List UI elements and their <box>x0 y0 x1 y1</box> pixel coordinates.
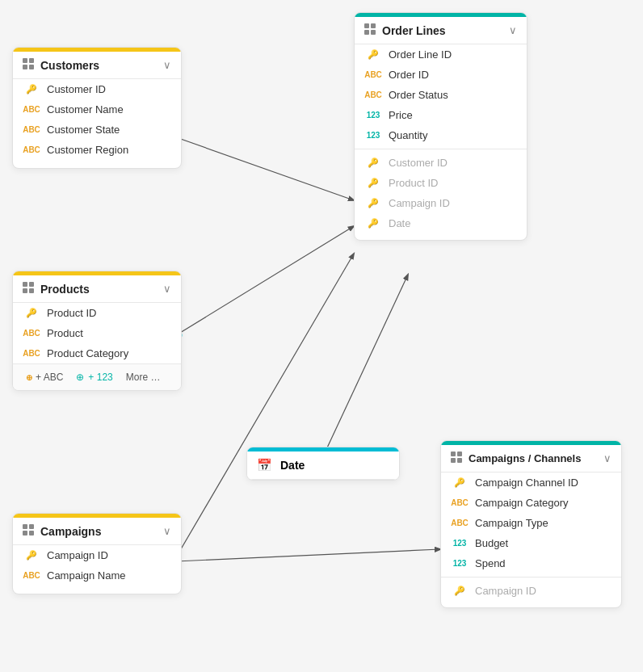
cc-divider <box>441 577 621 578</box>
svg-rect-13 <box>29 288 34 293</box>
num-icon: 123 <box>364 131 382 140</box>
products-field-product-label: Product <box>47 327 83 339</box>
cc-field-channelid-label: Campaign Channel ID <box>475 477 578 489</box>
svg-rect-16 <box>23 531 27 536</box>
ol-field-customerid: 🔑 Customer ID <box>355 153 527 173</box>
order-lines-chevron[interactable]: ∨ <box>509 24 517 36</box>
campaigns-header-left: Campaigns <box>23 524 101 538</box>
campaigns-field-id-label: Campaign ID <box>47 549 108 561</box>
ol-field-date-label: Date <box>389 217 410 229</box>
cc-field-campaignid: 🔑 Campaign ID <box>441 581 621 601</box>
date-title: Date <box>280 459 305 472</box>
key-dim-icon: 🔑 <box>364 158 382 168</box>
key-icon: 🔑 <box>451 477 469 488</box>
abc-icon: ABC <box>23 349 40 358</box>
campaigns-field-id: 🔑 Campaign ID <box>13 545 181 565</box>
ol-field-price-label: Price <box>389 109 413 121</box>
abc-icon: ABC <box>23 145 40 154</box>
svg-rect-22 <box>451 452 456 456</box>
ol-field-orderstatus-label: Order Status <box>389 89 448 101</box>
svg-rect-18 <box>364 23 369 28</box>
ol-field-campaignid-label: Campaign ID <box>389 197 450 209</box>
cc-chevron[interactable]: ∨ <box>603 452 611 464</box>
key-icon: 🔑 <box>23 308 40 318</box>
products-chevron[interactable]: ∨ <box>163 283 171 295</box>
campaigns-card: Campaigns ∨ 🔑 Campaign ID ABC Campaign N… <box>12 513 182 594</box>
products-field-productid-label: Product ID <box>47 307 96 319</box>
add-123-button[interactable]: ⊕ + 123 <box>69 369 119 385</box>
add-abc-label: + ABC <box>36 372 63 383</box>
svg-rect-17 <box>29 531 34 536</box>
svg-rect-24 <box>451 458 456 463</box>
products-header[interactable]: Products ∨ <box>13 275 181 303</box>
customers-title: Customers <box>40 59 99 72</box>
plus-abc-icon: ⊕ <box>26 373 32 382</box>
abc-icon: ABC <box>23 105 40 114</box>
products-card: Products ∨ 🔑 Product ID ABC Product ABC … <box>12 271 182 391</box>
svg-rect-23 <box>457 452 462 456</box>
campaigns-channels-card: Campaigns / Channels ∨ 🔑 Campaign Channe… <box>440 440 622 608</box>
cc-grid-icon <box>451 452 462 465</box>
svg-rect-6 <box>23 58 27 63</box>
date-calendar-icon: 📅 <box>257 458 272 472</box>
svg-rect-9 <box>29 65 34 69</box>
customers-field-region-label: Customer Region <box>47 144 128 156</box>
products-grid-icon <box>23 282 34 296</box>
abc-icon: ABC <box>451 498 469 507</box>
cc-title: Campaigns / Channels <box>469 452 581 464</box>
cc-field-campaignid-label: Campaign ID <box>475 585 536 597</box>
add-abc-button[interactable]: ⊕ + ABC <box>19 369 69 385</box>
customers-header-left: Customers <box>23 58 99 72</box>
campaigns-field-name: ABC Campaign Name <box>13 565 181 586</box>
cc-field-type: ABC Campaign Type <box>441 513 621 533</box>
date-header[interactable]: 📅 Date <box>247 452 399 480</box>
order-lines-grid-icon <box>364 23 376 37</box>
svg-line-1 <box>176 226 354 335</box>
svg-rect-8 <box>23 65 27 69</box>
cc-header[interactable]: Campaigns / Channels ∨ <box>441 445 621 472</box>
more-button[interactable]: More … <box>120 369 167 385</box>
products-field-productid: 🔑 Product ID <box>13 303 181 323</box>
products-header-left: Products <box>23 282 90 296</box>
ol-divider <box>355 149 527 149</box>
cc-field-budget-label: Budget <box>475 537 508 549</box>
cc-field-spend-label: Spend <box>475 557 506 569</box>
plus-123-icon: ⊕ <box>76 372 84 383</box>
svg-line-0 <box>176 137 354 200</box>
svg-line-3 <box>176 254 354 557</box>
customers-field-state: ABC Customer State <box>13 120 181 140</box>
abc-icon: ABC <box>364 90 382 99</box>
customers-field-name: ABC Customer Name <box>13 99 181 120</box>
order-lines-header[interactable]: Order Lines ∨ <box>355 17 527 44</box>
customers-chevron[interactable]: ∨ <box>163 59 171 71</box>
campaigns-header[interactable]: Campaigns ∨ <box>13 518 181 545</box>
cc-field-channelid: 🔑 Campaign Channel ID <box>441 472 621 493</box>
svg-rect-25 <box>457 458 462 463</box>
products-field-product: ABC Product <box>13 323 181 343</box>
campaigns-chevron[interactable]: ∨ <box>163 525 171 537</box>
ol-field-quantity: 123 Quantity <box>355 125 527 145</box>
order-lines-header-left: Order Lines <box>364 23 446 37</box>
cc-header-left: Campaigns / Channels <box>451 452 581 465</box>
num-icon: 123 <box>451 539 469 548</box>
num-icon: 123 <box>364 111 382 120</box>
customers-header[interactable]: Customers ∨ <box>13 52 181 79</box>
products-field-category: ABC Product Category <box>13 343 181 363</box>
ol-field-lineid-label: Order Line ID <box>389 48 452 61</box>
products-title: Products <box>40 283 90 296</box>
svg-rect-20 <box>364 30 369 35</box>
svg-rect-10 <box>23 282 27 287</box>
abc-icon: ABC <box>23 571 40 580</box>
cc-field-type-label: Campaign Type <box>475 517 548 529</box>
svg-line-2 <box>323 275 408 456</box>
num-icon: 123 <box>451 559 469 568</box>
svg-rect-12 <box>23 288 27 293</box>
ol-field-productid: 🔑 Product ID <box>355 173 527 193</box>
abc-icon: ABC <box>364 70 382 79</box>
key-icon: 🔑 <box>364 49 382 60</box>
ol-field-campaignid: 🔑 Campaign ID <box>355 193 527 213</box>
svg-rect-11 <box>29 282 34 287</box>
date-card: 📅 Date <box>246 447 400 481</box>
svg-rect-19 <box>371 23 376 28</box>
ol-field-lineid: 🔑 Order Line ID <box>355 44 527 65</box>
